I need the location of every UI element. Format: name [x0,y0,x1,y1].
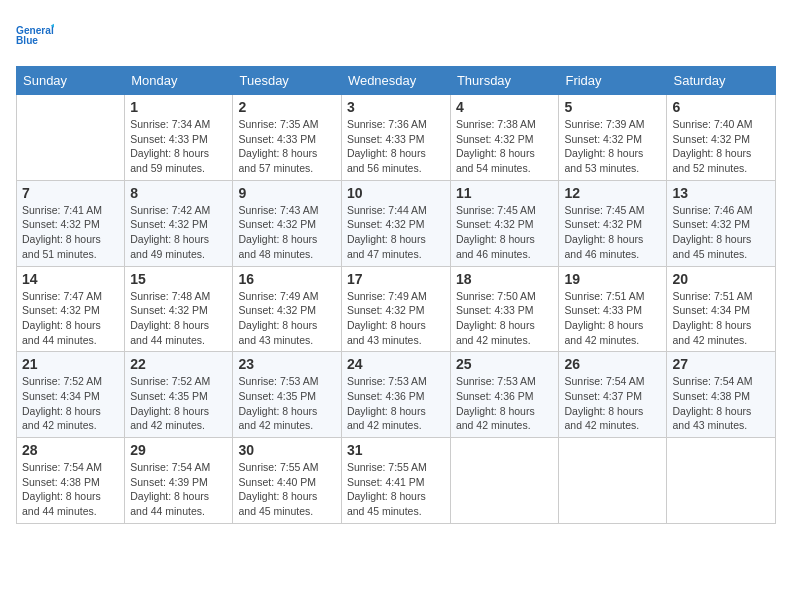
day-info: Sunrise: 7:38 AMSunset: 4:32 PMDaylight:… [456,117,554,176]
calendar-day-cell: 26Sunrise: 7:54 AMSunset: 4:37 PMDayligh… [559,352,667,438]
weekday-header: Thursday [450,67,559,95]
day-info: Sunrise: 7:42 AMSunset: 4:32 PMDaylight:… [130,203,227,262]
day-number: 13 [672,185,770,201]
calendar-day-cell [667,438,776,524]
calendar-day-cell: 17Sunrise: 7:49 AMSunset: 4:32 PMDayligh… [341,266,450,352]
day-info: Sunrise: 7:54 AMSunset: 4:39 PMDaylight:… [130,460,227,519]
day-info: Sunrise: 7:52 AMSunset: 4:34 PMDaylight:… [22,374,119,433]
calendar-day-cell: 5Sunrise: 7:39 AMSunset: 4:32 PMDaylight… [559,95,667,181]
day-number: 30 [238,442,335,458]
day-number: 3 [347,99,445,115]
day-number: 1 [130,99,227,115]
page-header: General Blue [16,16,776,54]
day-number: 26 [564,356,661,372]
day-number: 17 [347,271,445,287]
weekday-header: Monday [125,67,233,95]
day-info: Sunrise: 7:55 AMSunset: 4:40 PMDaylight:… [238,460,335,519]
calendar-day-cell: 15Sunrise: 7:48 AMSunset: 4:32 PMDayligh… [125,266,233,352]
day-info: Sunrise: 7:36 AMSunset: 4:33 PMDaylight:… [347,117,445,176]
svg-text:Blue: Blue [16,36,38,47]
calendar-header-row: SundayMondayTuesdayWednesdayThursdayFrid… [17,67,776,95]
day-number: 16 [238,271,335,287]
day-info: Sunrise: 7:45 AMSunset: 4:32 PMDaylight:… [564,203,661,262]
logo-svg: General Blue [16,16,54,54]
calendar-table: SundayMondayTuesdayWednesdayThursdayFrid… [16,66,776,524]
day-number: 15 [130,271,227,287]
day-info: Sunrise: 7:51 AMSunset: 4:34 PMDaylight:… [672,289,770,348]
calendar-day-cell: 30Sunrise: 7:55 AMSunset: 4:40 PMDayligh… [233,438,341,524]
calendar-day-cell: 22Sunrise: 7:52 AMSunset: 4:35 PMDayligh… [125,352,233,438]
day-info: Sunrise: 7:47 AMSunset: 4:32 PMDaylight:… [22,289,119,348]
calendar-day-cell: 29Sunrise: 7:54 AMSunset: 4:39 PMDayligh… [125,438,233,524]
day-number: 12 [564,185,661,201]
day-number: 5 [564,99,661,115]
calendar-day-cell: 27Sunrise: 7:54 AMSunset: 4:38 PMDayligh… [667,352,776,438]
calendar-day-cell: 6Sunrise: 7:40 AMSunset: 4:32 PMDaylight… [667,95,776,181]
day-number: 24 [347,356,445,372]
calendar-day-cell: 20Sunrise: 7:51 AMSunset: 4:34 PMDayligh… [667,266,776,352]
day-info: Sunrise: 7:53 AMSunset: 4:36 PMDaylight:… [347,374,445,433]
calendar-day-cell: 4Sunrise: 7:38 AMSunset: 4:32 PMDaylight… [450,95,559,181]
day-number: 6 [672,99,770,115]
day-number: 8 [130,185,227,201]
day-info: Sunrise: 7:43 AMSunset: 4:32 PMDaylight:… [238,203,335,262]
day-number: 28 [22,442,119,458]
day-number: 19 [564,271,661,287]
day-number: 25 [456,356,554,372]
day-info: Sunrise: 7:50 AMSunset: 4:33 PMDaylight:… [456,289,554,348]
day-info: Sunrise: 7:41 AMSunset: 4:32 PMDaylight:… [22,203,119,262]
day-info: Sunrise: 7:49 AMSunset: 4:32 PMDaylight:… [238,289,335,348]
calendar-week-row: 21Sunrise: 7:52 AMSunset: 4:34 PMDayligh… [17,352,776,438]
calendar-day-cell: 25Sunrise: 7:53 AMSunset: 4:36 PMDayligh… [450,352,559,438]
day-info: Sunrise: 7:53 AMSunset: 4:35 PMDaylight:… [238,374,335,433]
day-number: 14 [22,271,119,287]
day-info: Sunrise: 7:54 AMSunset: 4:37 PMDaylight:… [564,374,661,433]
calendar-day-cell [17,95,125,181]
calendar-day-cell: 24Sunrise: 7:53 AMSunset: 4:36 PMDayligh… [341,352,450,438]
weekday-header: Friday [559,67,667,95]
day-number: 23 [238,356,335,372]
day-number: 10 [347,185,445,201]
calendar-day-cell: 11Sunrise: 7:45 AMSunset: 4:32 PMDayligh… [450,180,559,266]
calendar-day-cell: 28Sunrise: 7:54 AMSunset: 4:38 PMDayligh… [17,438,125,524]
day-number: 21 [22,356,119,372]
day-info: Sunrise: 7:54 AMSunset: 4:38 PMDaylight:… [22,460,119,519]
day-number: 29 [130,442,227,458]
day-number: 9 [238,185,335,201]
day-number: 4 [456,99,554,115]
day-info: Sunrise: 7:52 AMSunset: 4:35 PMDaylight:… [130,374,227,433]
calendar-day-cell: 16Sunrise: 7:49 AMSunset: 4:32 PMDayligh… [233,266,341,352]
day-number: 20 [672,271,770,287]
calendar-day-cell: 7Sunrise: 7:41 AMSunset: 4:32 PMDaylight… [17,180,125,266]
calendar-day-cell: 23Sunrise: 7:53 AMSunset: 4:35 PMDayligh… [233,352,341,438]
day-info: Sunrise: 7:39 AMSunset: 4:32 PMDaylight:… [564,117,661,176]
calendar-day-cell: 13Sunrise: 7:46 AMSunset: 4:32 PMDayligh… [667,180,776,266]
day-info: Sunrise: 7:49 AMSunset: 4:32 PMDaylight:… [347,289,445,348]
calendar-day-cell: 8Sunrise: 7:42 AMSunset: 4:32 PMDaylight… [125,180,233,266]
weekday-header: Sunday [17,67,125,95]
calendar-day-cell: 14Sunrise: 7:47 AMSunset: 4:32 PMDayligh… [17,266,125,352]
calendar-day-cell: 1Sunrise: 7:34 AMSunset: 4:33 PMDaylight… [125,95,233,181]
weekday-header: Tuesday [233,67,341,95]
day-number: 27 [672,356,770,372]
calendar-day-cell: 2Sunrise: 7:35 AMSunset: 4:33 PMDaylight… [233,95,341,181]
day-number: 11 [456,185,554,201]
day-number: 31 [347,442,445,458]
day-number: 22 [130,356,227,372]
calendar-day-cell: 9Sunrise: 7:43 AMSunset: 4:32 PMDaylight… [233,180,341,266]
weekday-header: Saturday [667,67,776,95]
day-info: Sunrise: 7:45 AMSunset: 4:32 PMDaylight:… [456,203,554,262]
logo: General Blue [16,16,54,54]
day-number: 18 [456,271,554,287]
calendar-day-cell: 18Sunrise: 7:50 AMSunset: 4:33 PMDayligh… [450,266,559,352]
day-number: 7 [22,185,119,201]
calendar-week-row: 28Sunrise: 7:54 AMSunset: 4:38 PMDayligh… [17,438,776,524]
day-number: 2 [238,99,335,115]
calendar-day-cell: 3Sunrise: 7:36 AMSunset: 4:33 PMDaylight… [341,95,450,181]
calendar-week-row: 14Sunrise: 7:47 AMSunset: 4:32 PMDayligh… [17,266,776,352]
day-info: Sunrise: 7:55 AMSunset: 4:41 PMDaylight:… [347,460,445,519]
calendar-day-cell [559,438,667,524]
weekday-header: Wednesday [341,67,450,95]
day-info: Sunrise: 7:44 AMSunset: 4:32 PMDaylight:… [347,203,445,262]
day-info: Sunrise: 7:54 AMSunset: 4:38 PMDaylight:… [672,374,770,433]
